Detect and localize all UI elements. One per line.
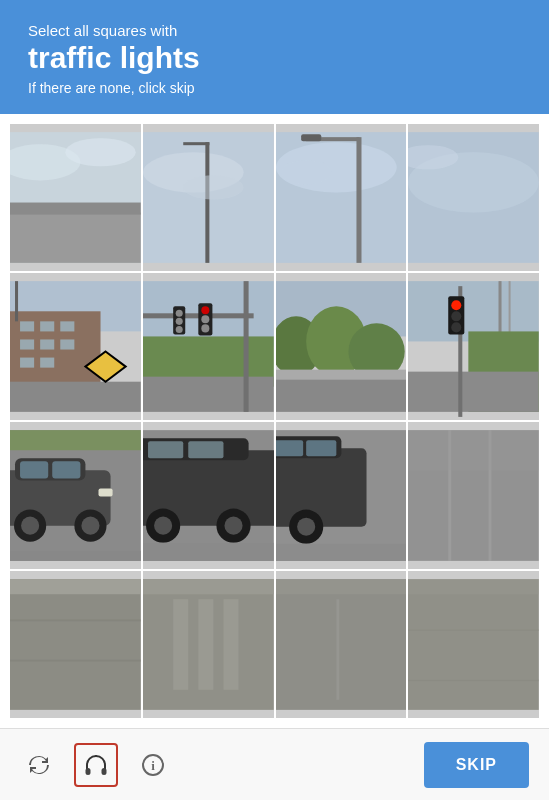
svg-rect-104 (223, 599, 238, 690)
skip-button[interactable]: SKIP (424, 742, 529, 788)
svg-point-59 (451, 311, 461, 321)
svg-rect-29 (10, 382, 141, 412)
svg-point-81 (154, 517, 172, 535)
svg-rect-89 (306, 440, 336, 456)
svg-rect-26 (60, 339, 74, 349)
svg-rect-12 (356, 137, 361, 263)
grid-cell-4[interactable] (10, 273, 141, 420)
svg-rect-102 (173, 599, 188, 690)
audio-button[interactable] (74, 743, 118, 787)
svg-rect-55 (408, 372, 539, 412)
grid-cell-9[interactable] (143, 422, 274, 569)
svg-rect-88 (276, 440, 303, 456)
svg-rect-1 (10, 213, 141, 263)
svg-rect-86 (276, 448, 367, 526)
svg-rect-97 (10, 579, 141, 710)
grid-cell-10[interactable] (276, 422, 407, 569)
svg-point-91 (297, 518, 315, 536)
svg-rect-2 (10, 203, 141, 215)
svg-rect-27 (20, 358, 34, 368)
svg-point-60 (451, 322, 461, 332)
svg-rect-77 (148, 441, 183, 458)
svg-rect-78 (188, 441, 223, 458)
svg-point-40 (201, 324, 209, 332)
svg-rect-8 (183, 142, 209, 145)
svg-rect-72 (10, 551, 141, 561)
grid-cell-2[interactable] (276, 124, 407, 271)
grid-cell-0[interactable] (10, 124, 141, 271)
svg-rect-103 (198, 599, 213, 690)
svg-point-68 (21, 517, 39, 535)
bottom-controls: i (20, 743, 172, 787)
svg-rect-62 (10, 430, 141, 450)
grid-cell-6[interactable] (276, 273, 407, 420)
svg-rect-92 (276, 544, 407, 561)
svg-rect-50 (276, 370, 407, 380)
svg-rect-24 (20, 339, 34, 349)
info-button[interactable]: i (134, 746, 172, 784)
svg-rect-108 (336, 599, 339, 700)
svg-rect-99 (10, 660, 141, 662)
svg-point-9 (183, 175, 243, 199)
captcha-container: Select all squares with traffic lights I… (0, 0, 549, 800)
svg-rect-25 (40, 339, 54, 349)
svg-rect-71 (99, 488, 113, 496)
grid-cell-8[interactable] (10, 422, 141, 569)
svg-rect-107 (276, 579, 407, 594)
svg-point-58 (451, 300, 461, 310)
svg-rect-111 (408, 629, 539, 631)
svg-rect-106 (276, 579, 407, 710)
captcha-header: Select all squares with traffic lights I… (0, 0, 549, 114)
svg-rect-36 (243, 281, 248, 412)
grid-cell-14[interactable] (276, 571, 407, 718)
svg-rect-112 (408, 680, 539, 682)
svg-point-4 (65, 138, 135, 166)
svg-rect-100 (10, 579, 141, 594)
grid-cell-15[interactable] (408, 571, 539, 718)
svg-rect-7 (205, 142, 209, 263)
header-title: traffic lights (28, 41, 521, 74)
bottom-bar: i SKIP (0, 728, 549, 800)
svg-point-38 (201, 306, 209, 314)
grid-cell-3[interactable] (408, 124, 539, 271)
svg-rect-14 (301, 134, 321, 141)
svg-rect-114 (102, 768, 107, 775)
image-grid (10, 124, 539, 718)
image-grid-wrapper (0, 114, 549, 728)
grid-cell-7[interactable] (408, 273, 539, 420)
svg-rect-84 (143, 543, 274, 561)
svg-point-83 (224, 517, 242, 535)
svg-rect-49 (276, 377, 407, 412)
svg-rect-98 (10, 619, 141, 621)
svg-rect-28 (40, 358, 54, 368)
svg-rect-65 (20, 461, 48, 478)
svg-text:i: i (151, 758, 155, 773)
svg-rect-34 (143, 377, 274, 412)
svg-point-44 (175, 326, 182, 333)
reload-button[interactable] (20, 746, 58, 784)
svg-rect-96 (408, 430, 539, 470)
svg-point-43 (175, 318, 182, 325)
svg-rect-23 (60, 321, 74, 331)
svg-rect-21 (20, 321, 34, 331)
grid-cell-12[interactable] (10, 571, 141, 718)
svg-rect-22 (40, 321, 54, 331)
header-subtitle: Select all squares with (28, 22, 521, 39)
grid-cell-13[interactable] (143, 571, 274, 718)
svg-rect-110 (408, 579, 539, 594)
svg-point-70 (81, 517, 99, 535)
svg-point-15 (281, 160, 331, 184)
grid-cell-1[interactable] (143, 124, 274, 271)
svg-point-42 (175, 310, 182, 317)
svg-rect-31 (15, 281, 18, 321)
svg-rect-105 (143, 579, 274, 594)
svg-rect-109 (408, 579, 539, 710)
grid-cell-11[interactable] (408, 422, 539, 569)
svg-rect-113 (86, 768, 91, 775)
svg-rect-66 (52, 461, 80, 478)
header-instruction: If there are none, click skip (28, 80, 521, 96)
grid-cell-5[interactable] (143, 273, 274, 420)
svg-point-39 (201, 315, 209, 323)
